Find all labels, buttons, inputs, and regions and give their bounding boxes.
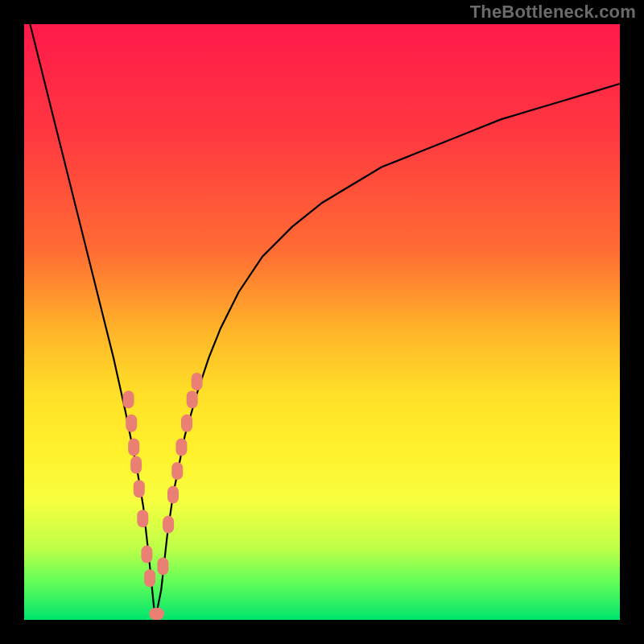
threshold-marker bbox=[181, 415, 192, 432]
threshold-marker bbox=[144, 569, 155, 587]
threshold-marker bbox=[192, 373, 203, 390]
bottom-capsule-marker bbox=[149, 608, 164, 620]
marker-group-right bbox=[157, 373, 202, 575]
watermark-text: TheBottleneck.com bbox=[470, 2, 636, 23]
threshold-marker bbox=[128, 438, 139, 456]
threshold-marker bbox=[163, 516, 174, 534]
threshold-marker bbox=[126, 415, 137, 432]
marker-group-left bbox=[123, 390, 156, 587]
threshold-marker bbox=[123, 390, 134, 408]
chart-stage: TheBottleneck.com bbox=[0, 0, 644, 644]
threshold-marker bbox=[187, 390, 198, 408]
threshold-marker bbox=[167, 486, 179, 504]
threshold-marker bbox=[141, 546, 152, 564]
threshold-marker bbox=[157, 557, 168, 575]
chart-overlay-svg bbox=[24, 24, 620, 620]
threshold-marker bbox=[175, 438, 187, 456]
threshold-marker bbox=[171, 462, 183, 480]
bottleneck-curve bbox=[30, 24, 620, 620]
threshold-marker bbox=[137, 510, 148, 527]
threshold-marker bbox=[134, 480, 145, 497]
threshold-marker bbox=[130, 456, 142, 474]
